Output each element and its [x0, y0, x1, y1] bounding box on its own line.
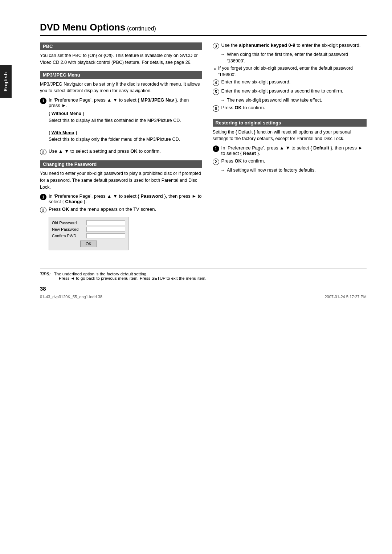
- tips-line1-suffix: is the factory default setting.: [94, 272, 147, 276]
- dialog-ok-button[interactable]: OK: [80, 241, 97, 247]
- main-content: DVD Menu Options (continued) PBC You can…: [40, 22, 367, 299]
- without-menu-block: { Without Menu } Select this to display …: [49, 110, 202, 124]
- right-step3-text: Use the alphanumeric keypad 0-9 to enter…: [221, 42, 361, 48]
- footer-file-right: 2007-01-24 5:17:27 PM: [324, 295, 367, 299]
- mp3jpeg-step1: 1 In ‘Preference Page’, press ▲ ▼ to sel…: [40, 97, 202, 108]
- english-tab: English: [0, 65, 12, 98]
- right-step6: 6 Press OK to confirm.: [213, 105, 367, 112]
- right-step3: 3 Use the alphanumeric keypad 0-9 to ent…: [213, 42, 367, 49]
- tips-underlined-option: underlined option: [62, 272, 94, 276]
- mp3jpeg-step2-text: Use ▲ ▼ to select a setting and press OK…: [49, 148, 161, 154]
- restore-step1: 1 In ‘Preference Page’, press ▲ ▼ to sel…: [213, 145, 367, 156]
- dialog-new-password-row: New Password: [52, 227, 125, 232]
- dialog-old-password-label: Old Password: [52, 221, 86, 225]
- right-step3-arrow1: When doing this for the first time, ente…: [221, 52, 367, 64]
- right-step3-circle: 3: [213, 43, 219, 49]
- restore-step2-circle: 2: [213, 159, 219, 165]
- without-menu-body: Select this to display all the files con…: [49, 117, 202, 124]
- footer-file: 01-43_dvp3120K_55_eng1.indd 38 2007-01-2…: [40, 295, 367, 299]
- restore-header: Restoring to original settings: [213, 119, 367, 127]
- password-header: Changing the Password: [40, 160, 202, 168]
- page-number: 38: [40, 286, 367, 292]
- restore-step2-text: Press OK to confirm.: [221, 158, 265, 164]
- tips-line2: Press ◄ to go back to previous menu item…: [59, 276, 367, 280]
- restore-step2-arrow: All settings will now reset to factory d…: [221, 167, 367, 174]
- pw-step2-text: Press OK and the menu appears on the TV …: [49, 206, 156, 212]
- pw-step1-circle: 1: [40, 194, 46, 200]
- tips-label: TIPS:: [40, 272, 50, 276]
- right-step5-arrow: The new six-digit password will now take…: [221, 97, 367, 104]
- footer-file-left: 01-43_dvp3120K_55_eng1.indd 38: [40, 295, 102, 299]
- dialog-confirm-pwd-input: [86, 233, 125, 238]
- restore-step1-text: In ‘Preference Page’, press ▲ ▼ to selec…: [221, 145, 367, 156]
- pbc-header: PBC: [40, 42, 202, 50]
- right-step4: 4 Enter the new six-digit password.: [213, 79, 367, 86]
- page: English DVD Menu Options (continued) PBC…: [0, 0, 392, 554]
- right-step6-text: Press OK to confirm.: [221, 105, 265, 110]
- dialog-new-password-label: New Password: [52, 227, 86, 231]
- tips-line1-prefix: The: [54, 272, 62, 276]
- mp3jpeg-body: MP3/JPEG Navigator can be set only if th…: [40, 81, 202, 95]
- pbc-body: You can set the PBC to {On} or {Off}. Th…: [40, 52, 202, 66]
- dialog-confirm-pwd-label: Confirm PWD: [52, 234, 86, 238]
- password-step1: 1 In ‘Preference Page’, press ▲ ▼ to sel…: [40, 193, 202, 204]
- right-step6-circle: 6: [213, 105, 219, 112]
- tips-line1: TIPS: The underlined option is the facto…: [40, 272, 367, 276]
- password-dialog: Old Password New Password Confirm PWD OK: [49, 217, 128, 250]
- page-title: DVD Menu Options (continued): [40, 22, 367, 36]
- dialog-ok-area: OK: [52, 241, 125, 247]
- mp3jpeg-header: MP3/JPEG Menu: [40, 71, 202, 79]
- password-body: You need to enter your six-digit passwor…: [40, 170, 202, 190]
- right-step4-text: Enter the new six-digit password.: [221, 79, 291, 85]
- restore-step1-circle: 1: [213, 145, 219, 152]
- left-column: PBC You can set the PBC to {On} or {Off}…: [40, 42, 202, 254]
- right-step3-bullet: If you forget your old six-digit passwor…: [214, 65, 367, 78]
- with-menu-block: { With Menu } Select this to display onl…: [49, 130, 202, 143]
- right-step5-circle: 5: [213, 89, 219, 95]
- step1-circle: 1: [40, 98, 46, 104]
- password-step2: 2 Press OK and the menu appears on the T…: [40, 206, 202, 213]
- step2-circle: 2: [40, 149, 46, 155]
- right-step4-circle: 4: [213, 79, 219, 86]
- mp3jpeg-step2: 2 Use ▲ ▼ to select a setting and press …: [40, 148, 202, 155]
- right-step5-text: Enter the new six-digit password a secon…: [221, 88, 343, 94]
- pw-step1-text: In ‘Preference Page’, press ▲ ▼ to selec…: [49, 193, 202, 204]
- two-column-layout: PBC You can set the PBC to {On} or {Off}…: [40, 42, 367, 254]
- without-menu-label: { Without Menu }: [49, 110, 202, 117]
- right-column: 3 Use the alphanumeric keypad 0-9 to ent…: [213, 42, 367, 254]
- dialog-old-password-row: Old Password: [52, 220, 125, 225]
- dialog-new-password-input: [86, 227, 125, 232]
- dialog-old-password-input: [86, 220, 125, 225]
- right-step5: 5 Enter the new six-digit password a sec…: [213, 88, 367, 95]
- dialog-confirm-pwd-row: Confirm PWD: [52, 233, 125, 238]
- footer-tips: TIPS: The underlined option is the facto…: [40, 268, 367, 280]
- pw-step2-circle: 2: [40, 207, 46, 213]
- mp3jpeg-step1-text: In ‘Preference Page’, press ▲ ▼ to selec…: [49, 97, 202, 108]
- restore-body: Setting the { Default } function will re…: [213, 129, 367, 143]
- with-menu-label: { With Menu }: [49, 130, 202, 136]
- with-menu-body: Select this to display only the folder m…: [49, 136, 202, 143]
- restore-step2: 2 Press OK to confirm.: [213, 158, 367, 165]
